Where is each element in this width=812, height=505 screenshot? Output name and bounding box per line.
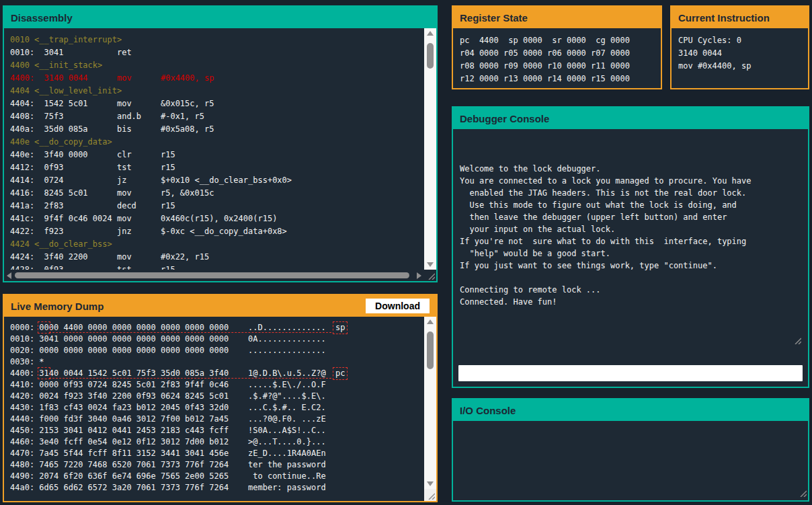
disassembly-title: Disassembly xyxy=(11,12,73,24)
memory-hex: 0024 f923 3f40 2200 0f93 0624 8245 5c01 xyxy=(39,391,229,401)
disassembly-line[interactable]: 4416: 8245 5c01 mov r5, &0x015c xyxy=(10,187,424,200)
memory-ascii: ..D............. xyxy=(229,323,326,332)
debugger-console-output[interactable]: Welcome to the lock debugger.You are con… xyxy=(458,134,803,361)
memory-row[interactable]: 0000: 0000 4400 0000 0000 0000 0000 0000… xyxy=(10,322,424,334)
memory-row[interactable]: 4430: 1f83 cf43 0024 fa23 b012 2045 0f43… xyxy=(10,402,424,414)
scroll-left-arrow-icon[interactable] xyxy=(7,272,11,279)
disassembly-line[interactable]: 4424 <__do_clear_bss> xyxy=(10,238,424,251)
console-line: Connected. Have fun! xyxy=(460,296,801,308)
disassembly-line[interactable]: 440a: 35d0 085a bis #0x5a08, r5 xyxy=(10,123,424,136)
memory-row[interactable]: 4490: 2074 6f20 636f 6e74 696e 7565 2e00… xyxy=(10,471,424,482)
memory-ascii: 1@.D.B\.u.5..Z?@ xyxy=(229,368,326,378)
memory-dump-title: Live Memory Dump xyxy=(11,301,104,312)
memory-vertical-scrollbar[interactable] xyxy=(424,317,436,489)
memory-address: 4460: xyxy=(10,437,39,446)
disassembly-line[interactable]: 4414: 0724 jz $+0x10 <__do_clear_bss+0x0… xyxy=(10,174,424,187)
memory-hex: 2153 3041 0412 0441 2453 2183 c443 fcff xyxy=(39,426,229,435)
memory-row[interactable]: 4420: 0024 f923 3f40 2200 0f93 0624 8245… xyxy=(10,391,424,402)
memory-address: 4440: xyxy=(10,414,39,424)
memory-ascii: zE_D....1R4A0AEn xyxy=(229,449,326,458)
memory-row[interactable]: 44a0: 6d65 6d62 6572 3a20 7061 7373 776f… xyxy=(10,482,424,494)
disassembly-horizontal-scrollbar[interactable] xyxy=(4,270,424,281)
memory-dump-resize-grip[interactable] xyxy=(424,489,436,501)
memory-hex: 0000 0f93 0724 8245 5c01 2f83 9f4f 0c46 xyxy=(39,380,229,389)
disassembly-line[interactable]: 4422: f923 jnz $-0xc <__do_copy_data+0x8… xyxy=(10,225,424,238)
disassembly-header: Disassembly xyxy=(4,7,436,28)
disassembly-line[interactable]: 4428: 0f93 tst r15 xyxy=(10,264,424,270)
scroll-right-arrow-icon[interactable] xyxy=(417,272,421,279)
memory-row[interactable]: 4480: 7465 7220 7468 6520 7061 7373 776f… xyxy=(10,459,424,471)
memory-hex: 1f83 cf43 0024 fa23 b012 2045 0f43 32d0 xyxy=(39,403,229,412)
disassembly-line[interactable]: 4408: 75f3 and.b #-0x1, r5 xyxy=(10,110,424,123)
scroll-up-arrow-icon[interactable] xyxy=(427,319,434,324)
disassembly-vertical-scrollbar[interactable] xyxy=(424,28,436,270)
debugger-console-title: Debugger Console xyxy=(460,113,549,124)
memory-hex: 6d65 6d62 6572 3a20 7061 7373 776f 7264 xyxy=(39,483,229,492)
memory-hex: * xyxy=(39,357,44,366)
register-row: pc 4400 sp 0000 sr 0000 cg 0000 xyxy=(460,34,654,47)
current-instruction-values: CPU Cycles: 03140 0044mov #0x4400, sp xyxy=(672,28,808,79)
memory-dump-header: Live Memory Dump Download xyxy=(4,295,436,317)
register-row: r04 0000 r05 0000 r06 0000 r07 0000 xyxy=(460,47,654,60)
register-row: r08 0000 r09 0000 r10 0000 r11 0000 xyxy=(460,60,654,73)
memory-row[interactable]: 4440: f000 fd3f 3040 0a46 3012 7f00 b012… xyxy=(10,414,424,425)
memory-row[interactable]: 0020: 0000 0000 0000 0000 0000 0000 0000… xyxy=(10,345,424,356)
disassembly-line[interactable]: 0010: 3041 ret xyxy=(10,46,424,59)
register-marker-line xyxy=(49,378,331,379)
memory-row[interactable]: 0030: * xyxy=(10,356,424,368)
disassembly-line[interactable]: 4424: 3f40 2200 mov #0x22, r15 xyxy=(10,251,424,264)
disassembly-line[interactable]: 0010 <__trap_interrupt> xyxy=(10,34,424,46)
debugger-console-panel: Debugger Console Welcome to the lock deb… xyxy=(452,106,809,388)
io-console-output[interactable] xyxy=(453,421,808,500)
memory-ascii: >@...T....0.}... xyxy=(229,437,326,446)
disassembly-line[interactable]: 4404 <__low_level_init> xyxy=(10,85,424,98)
register-state-panel: Register State pc 4400 sp 0000 sr 0000 c… xyxy=(452,5,662,89)
scroll-up-arrow-icon[interactable] xyxy=(427,31,434,36)
memory-row[interactable]: 0010: 3041 0000 0000 0000 0000 0000 0000… xyxy=(10,334,424,345)
disassembly-line[interactable]: 441c: 9f4f 0c46 0024 mov 0x460c(r15), 0x… xyxy=(10,212,424,225)
memory-row[interactable]: 4470: 7a45 5f44 fcff 8f11 3152 3441 3041… xyxy=(10,448,424,459)
io-console-header: I/O Console xyxy=(453,399,808,421)
download-button[interactable]: Download xyxy=(366,299,430,313)
register-marker-line xyxy=(49,332,331,333)
memory-row[interactable]: 4460: 3e40 fcff 0e54 0e12 0f12 3012 7d00… xyxy=(10,436,424,448)
disassembly-line[interactable]: 4404: 1542 5c01 mov &0x015c, r5 xyxy=(10,98,424,110)
disassembly-line[interactable]: 440e: 3f40 0000 clr r15 xyxy=(10,149,424,161)
current-instruction-line: 3140 0044 xyxy=(678,47,801,60)
pc-marker-label: pc xyxy=(333,367,348,380)
resize-grip-icon xyxy=(794,337,801,344)
disassembly-line[interactable]: 4400 <__init_stack> xyxy=(10,59,424,72)
scroll-down-arrow-icon[interactable] xyxy=(427,481,434,486)
disassembly-line[interactable]: 4400: 3140 0044 mov #0x4400, sp xyxy=(10,72,424,85)
memory-ascii: ter the password xyxy=(229,460,326,469)
disassembly-listing[interactable]: 0010 <__trap_interrupt>0010: 3041 ret440… xyxy=(4,28,424,270)
memory-row[interactable]: 4400: 3140 0044 1542 5c01 75f3 35d0 085a… xyxy=(10,368,424,379)
debugger-console-header: Debugger Console xyxy=(453,108,808,129)
memory-row[interactable]: 4410: 0000 0f93 0724 8245 5c01 2f83 9f4f… xyxy=(10,379,424,391)
memory-dump-listing[interactable]: 0000: 0000 4400 0000 0000 0000 0000 0000… xyxy=(4,317,424,501)
horizontal-scrollbar-thumb[interactable] xyxy=(15,272,409,278)
vertical-scrollbar-thumb[interactable] xyxy=(427,332,434,369)
io-console-resize-grip[interactable] xyxy=(799,490,807,499)
current-instruction-header: Current Instruction xyxy=(672,7,808,28)
console-line: If you just want to see things work, typ… xyxy=(460,260,801,272)
debugger-console-body: Welcome to the lock debugger.You are con… xyxy=(453,129,808,387)
memory-hex: 7a45 5f44 fcff 8f11 3152 3441 3041 456e xyxy=(39,449,229,458)
current-instruction-line: CPU Cycles: 0 xyxy=(678,34,801,47)
memory-address: 4450: xyxy=(10,426,39,435)
disassembly-line[interactable]: 4412: 0f93 tst r15 xyxy=(10,161,424,174)
disassembly-body: 0010 <__trap_interrupt>0010: 3041 ret440… xyxy=(4,28,436,281)
disassembly-resize-grip[interactable] xyxy=(424,270,436,281)
memory-dump-body: 0000: 0000 4400 0000 0000 0000 0000 0000… xyxy=(4,317,436,501)
memory-hex: 00 4400 0000 0000 0000 0000 0000 0000 xyxy=(49,323,229,332)
memory-ascii: to continue..Re xyxy=(229,471,326,481)
disassembly-line[interactable]: 440e <__do_copy_data> xyxy=(10,136,424,149)
debugger-console-input[interactable] xyxy=(458,365,803,381)
debugger-console-resize-grip[interactable] xyxy=(735,323,801,360)
memory-row[interactable]: 4450: 2153 3041 0412 0441 2453 2183 c443… xyxy=(10,425,424,436)
disassembly-line[interactable]: 441a: 2f83 decd r15 xyxy=(10,200,424,212)
memory-dump-scroll-column xyxy=(424,317,436,501)
vertical-scrollbar-thumb[interactable] xyxy=(427,43,434,69)
right-column: Register State pc 4400 sp 0000 sr 0000 c… xyxy=(452,5,809,505)
scroll-down-arrow-icon[interactable] xyxy=(427,262,434,267)
